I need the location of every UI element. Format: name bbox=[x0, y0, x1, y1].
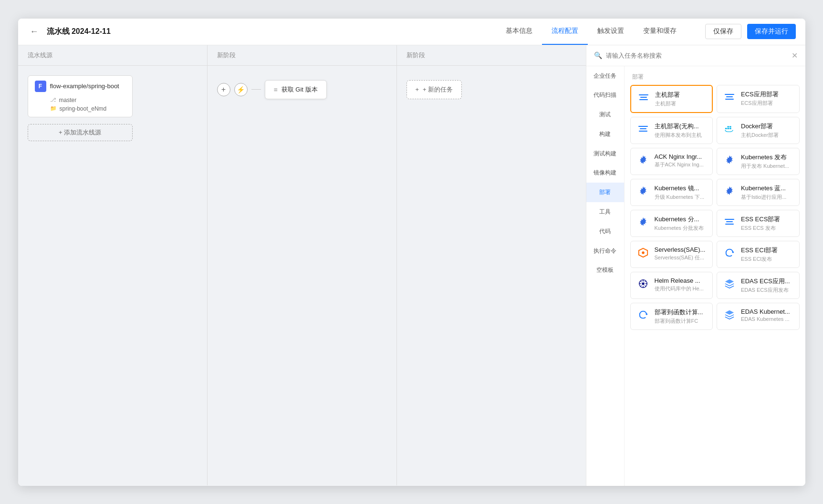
task-card-docker[interactable]: Docker部署 主机Docker部署 bbox=[717, 117, 800, 144]
source-node-name: flow-example/spring-boot bbox=[50, 82, 119, 90]
task-card-info-8: Kubernetes 分... Kubernetes 分批发布 bbox=[655, 215, 707, 232]
new-task-icon: + bbox=[416, 86, 419, 93]
task-name-7: Kubernetes 蓝... bbox=[741, 184, 793, 193]
task-desc-13: EDAS ECS应用发布 bbox=[741, 287, 793, 294]
task-card-info-14: 部署到函数计算... 部署到函数计算FC bbox=[655, 308, 707, 325]
task-card-info-10: Serverless(SAE)... Serverless(SAE) 任... bbox=[655, 246, 707, 261]
task-icon-k8s-batch bbox=[636, 215, 650, 228]
search-icon: 🔍 bbox=[594, 51, 602, 59]
cat-deploy[interactable]: 部署 bbox=[586, 183, 624, 202]
task-card-k8s-mirror[interactable]: Kubernetes 镜... 升级 Kubernetes 下... bbox=[630, 179, 713, 206]
task-icon-func bbox=[636, 308, 650, 321]
cat-build[interactable]: 构建 bbox=[586, 124, 624, 144]
cat-exec[interactable]: 执行命令 bbox=[586, 241, 624, 261]
task-icon-k8s-pub bbox=[723, 153, 736, 166]
add-source-button[interactable]: + 添加流水线源 bbox=[28, 124, 133, 141]
stage1-column: + ⚡ ≡ 获取 Git 版本 bbox=[208, 66, 397, 485]
task-desc-1: ECS应用部署 bbox=[741, 100, 793, 107]
svg-rect-3 bbox=[727, 126, 729, 127]
task-name-1: ECS应用部署 bbox=[741, 90, 793, 99]
task-card-edas-ecs[interactable]: EDAS ECS应用... EDAS ECS应用发布 bbox=[717, 272, 800, 299]
task-card-info-4: ACK Nginx Ingr... 基于ACK Nginx Ing... bbox=[655, 153, 707, 168]
task-card-host-deploy[interactable]: 主机部署 主机部署 bbox=[630, 85, 713, 113]
cat-enterprise[interactable]: 企业任务 bbox=[586, 66, 624, 86]
cat-tools[interactable]: 工具 bbox=[586, 202, 624, 222]
task-desc-11: ESS ECI发布 bbox=[741, 256, 793, 263]
cat-code[interactable]: 代码 bbox=[586, 222, 624, 241]
task-name-13: EDAS ECS应用... bbox=[741, 277, 793, 286]
cat-empty[interactable]: 空模板 bbox=[586, 260, 624, 280]
task-name-4: ACK Nginx Ingr... bbox=[655, 153, 707, 160]
stage2-column: + + 新的任务 bbox=[397, 66, 586, 485]
task-desc-4: 基于ACK Nginx Ing... bbox=[655, 161, 707, 168]
task-grid: 主机部署 主机部署 ECS应用部署 ECS应用部署 bbox=[628, 83, 802, 332]
task-card-info-0: 主机部署 主机部署 bbox=[655, 91, 707, 107]
close-icon[interactable]: ✕ bbox=[792, 51, 798, 60]
task-card-host-deploy-no[interactable]: 主机部署(无构... 使用脚本发布到主机 bbox=[630, 117, 713, 144]
svg-rect-0 bbox=[725, 128, 727, 129]
source-folder: 📁 spring-boot_eNmd bbox=[50, 105, 125, 112]
task-desc-8: Kubernetes 分批发布 bbox=[655, 225, 707, 232]
back-button[interactable]: ← bbox=[28, 25, 41, 38]
task-card-k8s-blue[interactable]: Kubernetes 蓝... 基于Istio进行应用... bbox=[717, 179, 800, 206]
task-icon-k8s-mirror bbox=[636, 184, 650, 197]
add-stage1-button[interactable]: + bbox=[217, 83, 230, 96]
save-run-button[interactable]: 保存并运行 bbox=[747, 24, 796, 39]
task-card-serverless[interactable]: Serverless(SAE)... Serverless(SAE) 任... bbox=[630, 241, 713, 268]
folder-label: spring-boot_eNmd bbox=[60, 105, 107, 112]
col-header-source: 流水线源 bbox=[18, 45, 208, 65]
source-column: F flow-example/spring-boot ⎇ master 📁 sp… bbox=[18, 66, 208, 485]
task-card-ess-eci[interactable]: ESS ECI部署 ESS ECI发布 bbox=[717, 241, 800, 268]
task-icon-ecs-deploy bbox=[723, 90, 736, 103]
task-card-info-13: EDAS ECS应用... EDAS ECS应用发布 bbox=[741, 277, 793, 294]
col-header-stage2: 新阶段 bbox=[397, 45, 586, 65]
panel-search-bar: 🔍 ✕ bbox=[586, 45, 805, 66]
task-card-k8s-publish[interactable]: Kubernetes 发布 用于发布 Kubernet... bbox=[717, 148, 800, 175]
branch-icon: ⎇ bbox=[50, 97, 56, 103]
cat-test[interactable]: 测试 bbox=[586, 105, 624, 124]
pipeline-canvas: 流水线源 新阶段 新阶段 F flow-example/spring-boot … bbox=[18, 45, 586, 486]
nav-item-basic[interactable]: 基本信息 bbox=[496, 19, 542, 45]
header: ← 流水线 2024-12-11 基本信息 流程配置 触发设置 变量和缓存 仅保… bbox=[18, 19, 805, 45]
cat-image-build[interactable]: 镜像构建 bbox=[586, 163, 624, 183]
task-name-14: 部署到函数计算... bbox=[655, 308, 707, 317]
task-node-git[interactable]: ≡ 获取 Git 版本 bbox=[265, 80, 327, 99]
task-node-label: 获取 Git 版本 bbox=[281, 85, 318, 94]
task-icon-k8s-blue bbox=[723, 184, 736, 197]
search-input[interactable] bbox=[606, 52, 788, 59]
source-node-icon: F bbox=[35, 81, 46, 92]
nav-item-flow[interactable]: 流程配置 bbox=[542, 19, 588, 45]
task-card-ess-ecs[interactable]: ESS ECS部署 ESS ECS 发布 bbox=[717, 210, 800, 237]
task-icon-edas-k8s bbox=[723, 308, 736, 321]
task-card-info-15: EDAS Kubernet... EDAS Kubernetes ... bbox=[741, 308, 793, 322]
nav-item-trigger[interactable]: 触发设置 bbox=[588, 19, 634, 45]
source-node[interactable]: F flow-example/spring-boot ⎇ master 📁 sp… bbox=[28, 75, 133, 117]
lightning-stage1-button[interactable]: ⚡ bbox=[234, 83, 248, 96]
source-meta: ⎇ master 📁 spring-boot_eNmd bbox=[35, 95, 125, 112]
task-name-3: Docker部署 bbox=[741, 122, 793, 131]
cat-code-scan[interactable]: 代码扫描 bbox=[586, 85, 624, 105]
source-branch: ⎇ master bbox=[50, 97, 125, 103]
task-name-5: Kubernetes 发布 bbox=[741, 153, 793, 162]
task-card-ack-nginx[interactable]: ACK Nginx Ingr... 基于ACK Nginx Ing... bbox=[630, 148, 713, 175]
cat-test-build[interactable]: 测试构建 bbox=[586, 144, 624, 164]
task-name-0: 主机部署 bbox=[655, 91, 707, 99]
task-name-15: EDAS Kubernet... bbox=[741, 308, 793, 315]
task-card-edas-k8s[interactable]: EDAS Kubernet... EDAS Kubernetes ... bbox=[717, 303, 800, 330]
main-content: 流水线源 新阶段 新阶段 F flow-example/spring-boot … bbox=[18, 45, 805, 486]
col-header-stage1: 新阶段 bbox=[208, 45, 397, 65]
task-card-k8s-batch[interactable]: Kubernetes 分... Kubernetes 分批发布 bbox=[630, 210, 713, 237]
task-card-info-3: Docker部署 主机Docker部署 bbox=[741, 122, 793, 139]
nav-item-vars[interactable]: 变量和缓存 bbox=[634, 19, 686, 45]
svg-rect-2 bbox=[729, 128, 731, 129]
new-task-button[interactable]: + + 新的任务 bbox=[406, 80, 462, 99]
svg-point-11 bbox=[642, 251, 645, 254]
task-card-ecs-deploy[interactable]: ECS应用部署 ECS应用部署 bbox=[717, 85, 800, 113]
save-only-button[interactable]: 仅保存 bbox=[705, 24, 741, 39]
task-card-info-1: ECS应用部署 ECS应用部署 bbox=[741, 90, 793, 107]
panel-body: 企业任务 代码扫描 测试 构建 测试构建 镜像构建 部署 工具 代码 执行命令 … bbox=[586, 66, 805, 486]
task-card-func-compute[interactable]: 部署到函数计算... 部署到函数计算FC bbox=[630, 303, 713, 330]
page-title: 流水线 2024-12-11 bbox=[47, 27, 111, 37]
task-card-helm[interactable]: Helm Release ... 使用代码库中的 He... bbox=[630, 272, 713, 299]
task-icon-serverless bbox=[636, 246, 650, 259]
